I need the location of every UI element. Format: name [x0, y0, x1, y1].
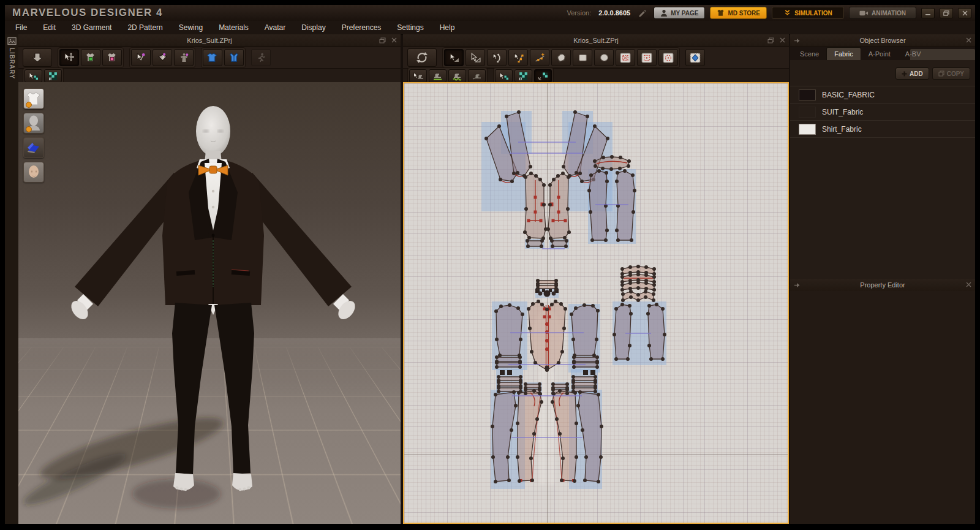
dart-tool[interactable] — [616, 49, 635, 66]
edit-curve-point-tool[interactable] — [508, 49, 528, 66]
menu-avatar[interactable]: Avatar — [257, 23, 293, 32]
license-pencil-icon[interactable] — [635, 8, 649, 18]
import-garment-button[interactable] — [23, 48, 52, 67]
jacket-front-patterns[interactable] — [523, 172, 571, 248]
library-thumb-avatar[interactable] — [23, 113, 44, 134]
pin-select-tool[interactable] — [131, 49, 151, 66]
select-pattern-3d-tool[interactable] — [24, 69, 42, 83]
detach-sewing-tool[interactable] — [468, 69, 486, 83]
tab-scene[interactable]: Scene — [793, 48, 826, 61]
animation-button[interactable]: ANIMATION — [849, 7, 916, 19]
circle-pattern-tool[interactable] — [594, 49, 614, 66]
fabric-row-basic[interactable]: BASIC_FABRIC — [790, 86, 975, 103]
reset-garment-3d-tool[interactable] — [102, 49, 122, 66]
segment-sewing-tool[interactable] — [429, 69, 447, 83]
restore-button[interactable] — [940, 8, 953, 18]
menu-display[interactable]: Display — [293, 23, 333, 32]
bowtie-patterns[interactable] — [535, 279, 559, 297]
md-store-button[interactable]: MD STORE — [710, 7, 767, 19]
tab-a-bv[interactable]: A-BV — [898, 48, 929, 61]
panel-2d-close-icon[interactable] — [778, 36, 786, 44]
panel-3d-close-icon[interactable] — [390, 36, 398, 44]
fabric-swatch — [799, 124, 816, 135]
menu-3d-garment[interactable]: 3D Garment — [64, 23, 119, 32]
free-sewing-tool[interactable] — [448, 69, 466, 83]
app-title: MARVELOUS DESIGNER 4 — [5, 7, 163, 19]
property-editor-panel: Property Editor — [790, 279, 975, 524]
library-tab-strip[interactable]: LIBRARY — [5, 34, 19, 524]
pin-avatar-tool[interactable] — [174, 49, 194, 66]
library-thumbnails — [23, 88, 44, 183]
edit-texture-tool[interactable] — [534, 69, 552, 83]
panel-2d-header[interactable]: Krios_Suit.ZPrj — [403, 34, 789, 47]
my-page-label: MY PAGE — [671, 10, 698, 17]
version-label: Version: — [567, 9, 591, 17]
simulation-button[interactable]: SIMULATION — [772, 7, 844, 19]
menu-preferences[interactable]: Preferences — [334, 23, 390, 32]
my-page-button[interactable]: MY PAGE — [654, 7, 705, 19]
library-thumb-garment[interactable] — [23, 88, 44, 109]
menu-help[interactable]: Help — [432, 23, 463, 32]
edit-pattern-tool[interactable] — [466, 49, 485, 66]
pin-fabric-tool[interactable] — [153, 49, 172, 66]
add-fabric-button[interactable]: ADD — [895, 67, 929, 80]
internal-shape-tool[interactable] — [685, 49, 705, 66]
avatar-shadow — [20, 406, 228, 512]
copy-fabric-label: COPY — [947, 70, 964, 77]
edit-curvature-tool[interactable] — [487, 49, 507, 66]
panel-2d-popout-icon[interactable] — [766, 36, 775, 44]
polygon-pattern-tool[interactable] — [551, 49, 571, 66]
object-browser-close-icon[interactable] — [964, 36, 973, 44]
app-window: MARVELOUS DESIGNER 4 Version: 2.0.0.8605… — [5, 5, 975, 524]
dock-arrow-icon[interactable] — [793, 37, 801, 45]
pattern-texture-tool[interactable] — [514, 69, 532, 83]
property-editor-content — [790, 291, 975, 524]
dock-arrow-icon[interactable] — [793, 281, 801, 289]
md-store-label: MD STORE — [728, 10, 760, 17]
viewport-2d[interactable] — [403, 82, 789, 524]
menu-edit[interactable]: Edit — [35, 23, 64, 32]
show-fitsuit-toggle[interactable] — [224, 49, 244, 66]
select-pattern-2d-tool[interactable] — [495, 69, 513, 83]
menu-sewing[interactable]: Sewing — [171, 23, 211, 32]
fabric-row-shirt[interactable]: Shirt_Fabric — [790, 120, 975, 138]
minimize-button[interactable] — [921, 8, 935, 18]
object-browser-header[interactable]: Object Browser — [790, 34, 975, 47]
library-thumb-head[interactable] — [23, 162, 44, 183]
animate-avatar-tool[interactable] — [251, 49, 271, 66]
copy-fabric-button[interactable]: COPY — [932, 67, 970, 80]
move-avatar-tool[interactable] — [59, 49, 79, 66]
library-thumb-fabric[interactable] — [23, 137, 44, 158]
sync-3d-button[interactable] — [407, 48, 437, 67]
show-garment-toggle[interactable] — [203, 49, 222, 66]
texture-edit-3d-tool[interactable] — [44, 69, 62, 83]
add-point-tool[interactable] — [530, 49, 549, 66]
panel-3d-header[interactable]: Krios_Suit.ZPrj — [18, 34, 401, 47]
tab-fabric[interactable]: Fabric — [826, 47, 861, 61]
rectangle-dart-tool[interactable] — [637, 49, 657, 66]
property-editor-header[interactable]: Property Editor — [790, 279, 975, 292]
edit-sewing-tool[interactable] — [409, 69, 427, 83]
tab-a-point[interactable]: A-Point — [861, 48, 898, 61]
panel-3d-popout-icon[interactable] — [378, 36, 386, 44]
menu-materials[interactable]: Materials — [211, 23, 257, 32]
reset-garment-2d-tool[interactable] — [81, 49, 100, 66]
property-editor-close-icon[interactable] — [964, 281, 973, 289]
circle-dart-tool[interactable] — [658, 49, 678, 66]
fabric-list-panel: ADD COPY BASIC_FABRIC SUIT_Fabric — [790, 60, 975, 279]
version-value: 2.0.0.8605 — [598, 9, 630, 17]
transform-pattern-tool[interactable] — [444, 49, 464, 66]
menu-file[interactable]: File — [7, 23, 35, 32]
close-button[interactable] — [958, 8, 971, 18]
menu-2d-pattern[interactable]: 2D Pattern — [119, 23, 170, 32]
viewport-3d[interactable] — [18, 82, 401, 524]
fabric-name: BASIC_FABRIC — [822, 91, 875, 99]
rectangle-pattern-tool[interactable] — [573, 49, 592, 66]
fabric-swatch — [799, 89, 816, 100]
right-sidebar: Object Browser Scene Fabric A-Point A-BV… — [790, 34, 975, 524]
waistband-patterns[interactable] — [620, 265, 656, 302]
add-fabric-label: ADD — [910, 70, 923, 77]
fabric-row-suit[interactable]: SUIT_Fabric — [790, 103, 975, 120]
menu-settings[interactable]: Settings — [389, 23, 431, 32]
panel-3d-title: Krios_Suit.ZPrj — [18, 37, 401, 44]
